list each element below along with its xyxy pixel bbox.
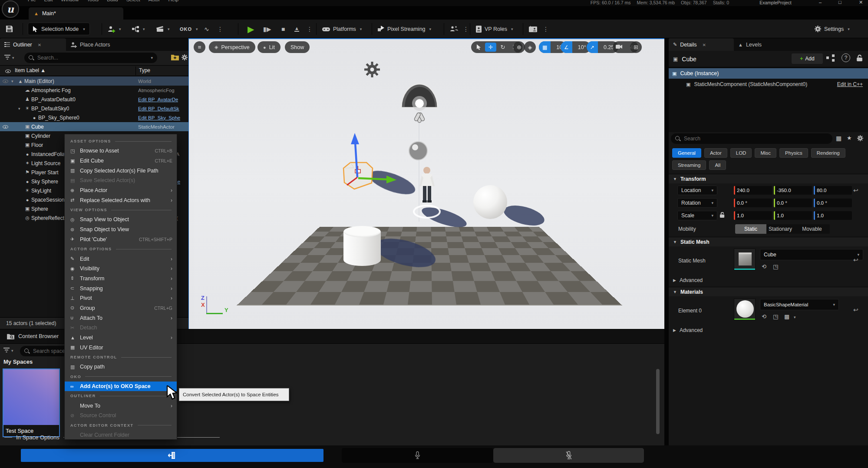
- show-flags-dropdown[interactable]: Show: [285, 41, 310, 53]
- menu-item-browse-to-asset[interactable]: ◳ Browse to Asset CTRL+B: [65, 146, 177, 156]
- outliner-row-bp-defaultsky[interactable]: ▾ ☀ BP_DefaultSky0 Edit BP_DefaultSk: [0, 104, 188, 113]
- close-tab-icon[interactable]: [35, 42, 41, 48]
- edit-blueprint-link[interactable]: Edit BP_DefaultSk: [138, 106, 179, 111]
- display-filter-icon[interactable]: ▦: [836, 135, 842, 142]
- menu-file[interactable]: File: [28, 0, 36, 2]
- menu-item-uv-editor[interactable]: ▦ UV Editor: [65, 342, 177, 352]
- menu-item-edit[interactable]: ✎ Edit: [65, 254, 177, 264]
- details-search-input[interactable]: Search: [671, 133, 832, 144]
- outliner-row-main[interactable]: ▾ ▲ Main (Editor) World: [0, 76, 188, 86]
- material-options-icon[interactable]: ▩: [784, 313, 789, 320]
- reset-location-icon[interactable]: ↩: [853, 187, 858, 194]
- menu-actor[interactable]: Actor: [149, 0, 160, 2]
- search-input[interactable]: Search... ▾: [24, 53, 157, 63]
- tab-levels[interactable]: ▲ Levels: [734, 38, 766, 51]
- rotation-x-field[interactable]: 0.0 °: [734, 199, 772, 207]
- help-icon[interactable]: ?: [842, 53, 850, 62]
- perspective-dropdown[interactable]: ◈ Perspective: [209, 41, 255, 53]
- rotation-dropdown[interactable]: Rotation: [677, 198, 717, 208]
- menu-item-snap-object-to-view[interactable]: ⊚ Snap Object to View: [65, 225, 177, 235]
- stop-button[interactable]: ■: [281, 23, 285, 35]
- save-button[interactable]: [5, 23, 13, 35]
- materials-section-header[interactable]: ▼ Materials: [669, 287, 868, 296]
- sphere-actor[interactable]: [473, 185, 507, 219]
- menu-window[interactable]: Window: [61, 0, 79, 2]
- outliner-row-atmospheric-fog[interactable]: ☁ Atmospheric Fog AtmosphericFog: [0, 86, 188, 95]
- category-lod[interactable]: LOD: [730, 148, 752, 158]
- menu-item-copy-path[interactable]: ▥ Copy path: [65, 362, 177, 372]
- category-general[interactable]: General: [672, 148, 701, 158]
- add-component-button[interactable]: + Add: [792, 53, 823, 64]
- favorites-star-icon[interactable]: ★: [847, 135, 852, 141]
- location-dropdown[interactable]: Location: [677, 186, 717, 195]
- scale-lock-icon[interactable]: [719, 212, 725, 219]
- component-row-cube-instance[interactable]: ▣ Cube (Instance): [669, 68, 868, 79]
- use-selected-asset-icon[interactable]: ⟲: [762, 263, 766, 270]
- vp-roles-dropdown[interactable]: VP Roles: [476, 23, 513, 35]
- leave-space-button[interactable]: [21, 449, 323, 462]
- static-mesh-advanced-row[interactable]: ▶ Advanced: [669, 276, 868, 285]
- menu-build[interactable]: Build: [107, 0, 118, 2]
- eject-button[interactable]: ▲: [294, 23, 299, 35]
- render-viewer-options[interactable]: [543, 23, 549, 35]
- column-item-label[interactable]: Item Label ▲: [15, 67, 46, 73]
- outliner-row-bp-sky-sphere[interactable]: ● BP_Sky_Sphere0 Edit BP_Sky_Sphe: [0, 113, 188, 122]
- selection-mode-dropdown[interactable]: Selection Mode: [28, 23, 90, 35]
- surface-snapping-toggle[interactable]: ◈: [524, 41, 536, 53]
- category-streaming[interactable]: Streaming: [672, 160, 706, 170]
- cylinder-actor[interactable]: [343, 226, 381, 266]
- close-button[interactable]: ✕: [859, 0, 863, 5]
- platforms-dropdown[interactable]: Platforms: [322, 23, 362, 35]
- blueprints-button[interactable]: [132, 23, 145, 35]
- outliner-row-cube-selected[interactable]: ▣ Cube StaticMeshActor: [0, 122, 188, 131]
- menu-item-snap-view-to-object[interactable]: ◎ Snap View to Object: [65, 215, 177, 225]
- menu-item-move-to[interactable]: Move To: [65, 401, 177, 411]
- viewport-options-menu[interactable]: ≡: [194, 41, 205, 53]
- menu-help[interactable]: Help: [168, 0, 179, 2]
- menu-item-snapping[interactable]: ⊂ Snapping: [65, 283, 177, 293]
- category-rendering[interactable]: Rendering: [811, 148, 845, 158]
- blueprint-convert-icon[interactable]: [826, 54, 835, 63]
- scale-snap-icon[interactable]: ↗: [587, 41, 598, 53]
- menu-item-level[interactable]: ▲ Level: [65, 333, 177, 343]
- category-misc[interactable]: Misc: [755, 148, 776, 158]
- tab-place-actors[interactable]: Place Actors: [66, 38, 114, 51]
- spaces-filter-icon[interactable]: [3, 348, 10, 354]
- toolbar-overflow-menu[interactable]: [217, 23, 223, 35]
- menu-item-edit-cube[interactable]: ▣ Edit Cube CTRL+E: [65, 156, 177, 166]
- menu-item-replace-actors[interactable]: ⇄ Replace Selected Actors with: [65, 195, 177, 205]
- outliner-settings-gear-icon[interactable]: [182, 54, 188, 62]
- rotation-z-field[interactable]: 0.0 °: [814, 199, 852, 207]
- play-options-menu[interactable]: [307, 23, 313, 35]
- reset-static-mesh-icon[interactable]: ↩: [853, 256, 858, 263]
- tab-outliner[interactable]: Outliner: [0, 38, 66, 51]
- add-actor-button[interactable]: [108, 23, 121, 35]
- browse-to-asset-icon[interactable]: ◳: [773, 263, 778, 270]
- category-actor[interactable]: Actor: [704, 148, 727, 158]
- menu-item-visibility[interactable]: ◉ Visibility: [65, 264, 177, 274]
- settings-dropdown[interactable]: Settings: [815, 23, 850, 35]
- menu-tools[interactable]: Tools: [87, 0, 99, 2]
- rotate-tool-icon[interactable]: ↻: [497, 43, 508, 52]
- curves-button[interactable]: ∿: [204, 23, 209, 35]
- world-local-space-toggle[interactable]: ⊕: [513, 41, 525, 53]
- material-dropdown[interactable]: BasicShapeMaterial: [760, 299, 839, 310]
- filter-icon[interactable]: [4, 55, 10, 61]
- rotation-y-field[interactable]: 0.0 °: [774, 199, 812, 207]
- materials-advanced-row[interactable]: ▶ Advanced: [669, 326, 868, 335]
- close-tab-icon[interactable]: [700, 42, 706, 48]
- select-tool-icon[interactable]: [473, 43, 484, 52]
- search-options-chevron-icon[interactable]: ▾: [151, 56, 153, 60]
- location-y-field[interactable]: -350.0: [774, 186, 812, 195]
- spaces-scrollbar[interactable]: [656, 369, 660, 434]
- minimize-button[interactable]: –: [819, 0, 822, 5]
- cinematics-button[interactable]: [156, 23, 170, 35]
- column-type[interactable]: Type: [139, 67, 150, 73]
- expand-caret-icon[interactable]: ▾: [18, 106, 23, 111]
- filter-chevron-icon[interactable]: ▾: [12, 56, 14, 60]
- space-card-test-space[interactable]: Test Space: [3, 368, 60, 437]
- menu-item-group[interactable]: ⊙ Group CTRL+G: [65, 303, 177, 313]
- multi-user-options[interactable]: [463, 23, 469, 35]
- visibility-column-eye-icon[interactable]: [5, 68, 11, 74]
- tab-main-level[interactable]: ▲ Main*: [29, 7, 123, 20]
